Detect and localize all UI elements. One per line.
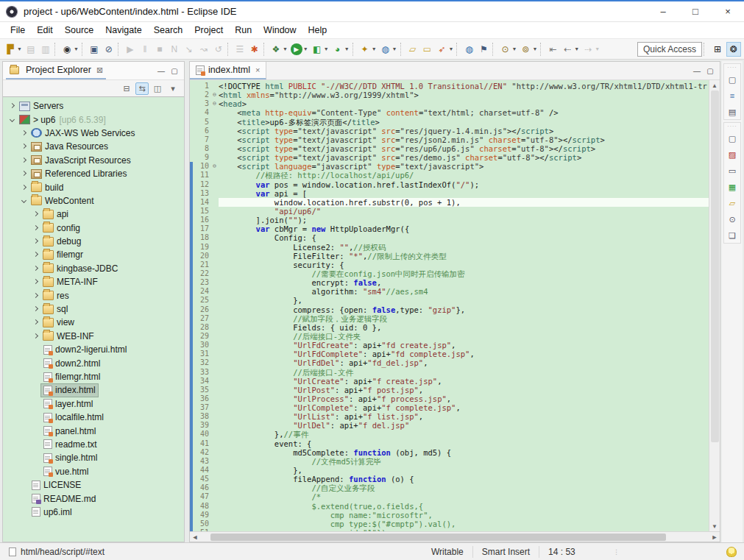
internal-web-icon[interactable]: ◍	[461, 41, 476, 57]
line-number[interactable]: 49	[193, 511, 210, 520]
line-number[interactable]: 31	[193, 350, 210, 358]
line-number[interactable]: 36	[193, 394, 210, 403]
line-number[interactable]: 23	[193, 278, 210, 287]
line-number[interactable]: 46	[193, 483, 210, 492]
line-number[interactable]: 22	[193, 269, 210, 278]
line-number[interactable]: 43	[193, 457, 210, 466]
file-explorer-icon[interactable]: ▱	[726, 197, 739, 209]
chevron-down-icon[interactable]	[7, 116, 18, 124]
tree-item-webcontent[interactable]: WebContent	[3, 194, 184, 208]
launch-icon[interactable]: ➶▼	[435, 41, 456, 57]
menu-source[interactable]: Source	[59, 23, 100, 38]
tree-item-vue.html[interactable]: vue.html	[3, 465, 184, 478]
line-number[interactable]: 21	[193, 260, 210, 269]
tree-item-javaresources[interactable]: Java Resources	[3, 140, 184, 153]
line-number[interactable]: 50	[193, 520, 210, 528]
line-number[interactable]: 26	[193, 305, 210, 314]
search-view-icon[interactable]: ⊙	[726, 213, 739, 225]
tree-item-license[interactable]: LICENSE	[3, 478, 184, 492]
tree-item-referencedlibraries[interactable]: Referenced Libraries	[3, 167, 184, 180]
chevron-right-icon[interactable]	[31, 210, 41, 218]
user-account-icon[interactable]: ◉▼	[60, 41, 80, 57]
debug-icon[interactable]: ❖▼	[269, 41, 289, 57]
tree-item-web-inf[interactable]: WEB-INF	[3, 330, 184, 343]
chevron-right-icon[interactable]	[19, 157, 29, 164]
menu-project[interactable]: Project	[188, 23, 229, 38]
editor-minimize-icon[interactable]: —	[690, 65, 704, 76]
tree-item-jax-wswebservices[interactable]: JAX-WS Web Services	[3, 127, 184, 140]
restore-view-icon[interactable]: ▢	[726, 132, 739, 144]
tree-item-debug[interactable]: debug	[3, 235, 184, 248]
line-number[interactable]: 34	[193, 377, 210, 386]
import-icon[interactable]: ▭	[420, 41, 435, 57]
tree-item-localfile.html[interactable]: localfile.html	[3, 411, 184, 424]
fold-collapse-icon[interactable]: ⊖	[210, 91, 219, 99]
line-number[interactable]: 41	[193, 439, 210, 448]
line-number[interactable]: 25	[193, 296, 210, 305]
tree-item-meta-inf[interactable]: META-INF	[3, 275, 184, 288]
line-number[interactable]: 33	[193, 368, 210, 377]
line-number[interactable]: 8	[193, 144, 210, 153]
view-menu-icon[interactable]: ▾	[166, 82, 180, 95]
menu-window[interactable]: Window	[258, 23, 302, 38]
line-number[interactable]: 45	[193, 475, 210, 483]
coverage-icon[interactable]: ◧▼	[310, 41, 330, 57]
line-number[interactable]: 14	[193, 198, 210, 207]
open-console-icon[interactable]: ▣	[87, 41, 102, 57]
external-tools-icon[interactable]: ✱	[247, 41, 262, 57]
line-number[interactable]: 15	[193, 207, 210, 216]
scroll-left-icon[interactable]: ◄	[190, 534, 200, 541]
chevron-right-icon[interactable]	[31, 224, 41, 232]
validate-icon[interactable]: ⚑	[476, 41, 491, 57]
tree-item-readme.md[interactable]: README.md	[3, 492, 184, 505]
annotate-person-icon[interactable]: ⊚▼	[518, 41, 539, 57]
line-number[interactable]: 1	[193, 82, 210, 91]
back-icon[interactable]: ⇠▼	[560, 41, 581, 57]
fold-collapse-icon[interactable]: ⊖	[210, 162, 219, 171]
chevron-right-icon[interactable]	[19, 143, 29, 150]
link-with-editor-icon[interactable]: ⇆	[135, 82, 149, 95]
minimize-button[interactable]: –	[647, 2, 679, 21]
line-number[interactable]: 24	[193, 287, 210, 296]
collapse-all-icon[interactable]: ⊟	[120, 82, 133, 95]
explorer-close-icon[interactable]: ⊠	[96, 65, 103, 75]
horizontal-scroll-thumb[interactable]	[210, 534, 666, 541]
tree-item-javascriptresources[interactable]: JavaScript Resources	[3, 154, 184, 167]
scroll-down-icon[interactable]: ▼	[709, 521, 720, 531]
last-edit-location-icon[interactable]: ⇤	[545, 41, 560, 57]
chevron-right-icon[interactable]	[19, 184, 29, 191]
snippets-icon[interactable]: ▨	[726, 149, 739, 160]
line-number[interactable]: 29	[193, 332, 210, 341]
line-number[interactable]: 39	[193, 421, 210, 430]
web-browser-icon[interactable]: ◍▼	[378, 41, 399, 57]
line-number[interactable]: 12	[193, 180, 210, 189]
run-icon[interactable]: ▶▼	[289, 41, 310, 57]
tree-item-api[interactable]: api	[3, 208, 184, 221]
chevron-right-icon[interactable]	[31, 278, 41, 286]
line-number[interactable]: 51	[193, 528, 210, 531]
line-number[interactable]: 5	[193, 118, 210, 127]
tree-item-down2.html[interactable]: down2.html	[3, 356, 184, 369]
line-number[interactable]: 37	[193, 403, 210, 412]
tree-item-config[interactable]: config	[3, 221, 184, 235]
search-person-icon[interactable]: ⊙▼	[497, 41, 518, 57]
line-number[interactable]: 30	[193, 341, 210, 350]
line-number[interactable]: 32	[193, 358, 210, 367]
vertical-scroll-thumb[interactable]	[711, 91, 719, 442]
line-number[interactable]: 18	[193, 233, 210, 242]
explorer-maximize-icon[interactable]: ▢	[168, 65, 181, 76]
line-number[interactable]: 7	[193, 135, 210, 144]
vertical-scrollbar[interactable]: ▲ ▼	[709, 80, 720, 531]
menu-navigate[interactable]: Navigate	[99, 23, 147, 38]
line-number[interactable]: 27	[193, 314, 210, 323]
line-number[interactable]: 40	[193, 430, 210, 439]
line-number[interactable]: 16	[193, 216, 210, 224]
tree-item-filemgr[interactable]: filemgr	[3, 248, 184, 261]
tree-item-panel.html[interactable]: panel.html	[3, 424, 184, 437]
tree-item-down2-ligerui.html[interactable]: down2-ligerui.html	[3, 343, 184, 356]
palette-icon[interactable]: ▦	[726, 181, 739, 193]
open-perspective-icon[interactable]: ⊞	[710, 42, 725, 57]
restore-view-icon[interactable]: ▢	[726, 74, 739, 85]
tree-item-sql[interactable]: sql	[3, 302, 184, 316]
tree-item-servers[interactable]: Servers	[3, 99, 184, 113]
